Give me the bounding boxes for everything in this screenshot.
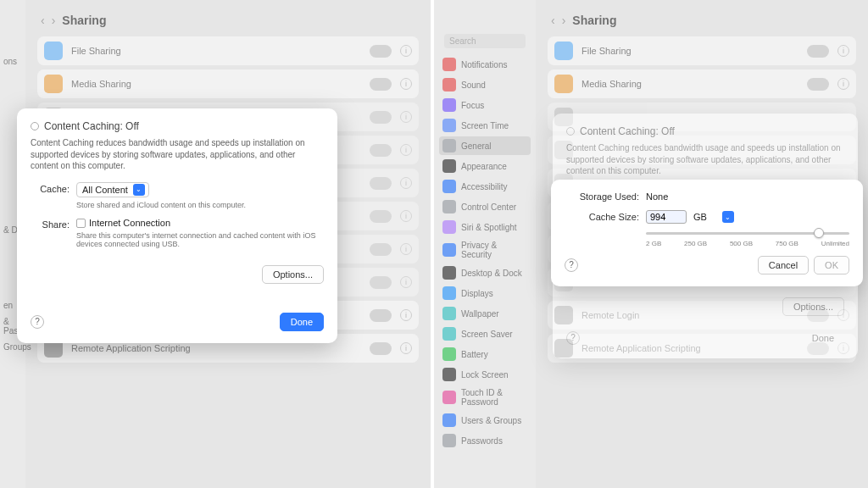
media-sharing-icon (44, 75, 63, 93)
sidebar-item-label: Focus (461, 101, 484, 110)
slider-tick: 250 GB (684, 240, 707, 247)
cache-label: Cache: (31, 182, 70, 194)
cache-size-input[interactable] (646, 210, 687, 224)
sidebar-icon (442, 327, 456, 341)
sidebar-item-label: & D (3, 225, 18, 235)
sidebar-icon (442, 180, 456, 193)
sidebar-item[interactable]: Desktop & Dock (439, 263, 531, 282)
sidebar-item[interactable]: Focus (439, 96, 531, 114)
sidebar-icon (442, 434, 456, 447)
status-indicator-icon (31, 122, 39, 130)
sidebar-icon (442, 139, 456, 152)
service-label: Media Sharing (71, 79, 361, 89)
sidebar-item-label: Siri & Spotlight (461, 223, 517, 232)
sidebar-item[interactable]: Battery (439, 345, 531, 363)
sidebar-item-label: Displays (461, 289, 493, 298)
service-label: Remote Application Scripting (71, 343, 361, 353)
cache-size-slider[interactable]: 2 GB 250 GB 500 GB 750 GB Unlimited (646, 232, 849, 247)
done-button[interactable]: Done (802, 330, 844, 347)
sidebar-item[interactable]: Screen Saver (439, 324, 531, 343)
storage-used-label: Storage Used: (565, 191, 639, 202)
sidebar-item-label: Appearance (461, 162, 507, 171)
sidebar-icon (442, 119, 456, 132)
select-value: All Content (82, 185, 128, 195)
nav-forward-button[interactable]: › (52, 14, 56, 27)
sidebar-item-label: Notifications (461, 60, 507, 69)
file-sharing-icon (44, 42, 63, 60)
sidebar-icon (442, 347, 456, 361)
sidebar-item-label: Battery (461, 350, 488, 359)
nav-back-button[interactable]: ‹ (41, 14, 45, 27)
sidebar-item-label: ons (3, 57, 17, 66)
service-label: File Sharing (581, 46, 798, 56)
sidebar-item[interactable]: Users & Groups (439, 411, 531, 430)
sidebar-item-label: Lock Screen (461, 370, 509, 380)
sidebar-item[interactable]: Lock Screen (439, 365, 531, 384)
nav-back-button[interactable]: ‹ (551, 14, 555, 27)
sidebar-item[interactable]: Screen Time (439, 116, 531, 135)
done-button[interactable]: Done (280, 313, 324, 331)
sidebar-item[interactable]: General (439, 136, 531, 155)
slider-thumb-icon[interactable] (814, 228, 824, 238)
sidebar-icon (442, 200, 456, 214)
sidebar-item[interactable]: Siri & Spotlight (439, 218, 531, 236)
internet-connection-checkbox[interactable]: Internet Connection (76, 218, 170, 228)
sidebar-item-label: Accessibility (461, 182, 507, 191)
toggle[interactable] (370, 78, 392, 91)
sidebar-item[interactable]: Displays (439, 284, 531, 302)
sheet-title: Content Caching: Off (44, 120, 139, 132)
sidebar-icon (442, 286, 456, 300)
sidebar-item[interactable]: Passwords (439, 431, 531, 450)
help-button[interactable]: ? (31, 315, 44, 329)
checkbox-label: Internet Connection (89, 218, 170, 228)
checkbox-icon (76, 219, 86, 228)
sidebar-item[interactable]: Sound (439, 75, 531, 94)
sidebar-icon (442, 391, 456, 404)
help-button[interactable]: ? (566, 331, 580, 345)
sidebar-item[interactable]: Control Center (439, 197, 531, 216)
sidebar-item[interactable]: Wallpaper (439, 304, 531, 323)
ok-button[interactable]: OK (814, 256, 849, 274)
toggle[interactable] (370, 45, 392, 58)
sidebar-item-label: en (3, 301, 13, 310)
sidebar-item-label: Passwords (461, 436, 503, 446)
options-button[interactable]: Options... (262, 265, 324, 284)
service-row[interactable]: File Sharing i (37, 36, 419, 65)
sidebar-item-label: Touch ID & Password (461, 388, 527, 407)
service-row[interactable]: Media Sharing i (548, 69, 856, 98)
info-icon[interactable]: i (400, 45, 412, 57)
page-title: Sharing (62, 14, 106, 27)
unit-select-icon[interactable]: ⌄ (722, 211, 734, 223)
info-icon[interactable]: i (400, 78, 412, 90)
nav-forward-button[interactable]: › (562, 14, 566, 27)
sidebar-icon (442, 307, 456, 320)
sidebar-item-label: Screen Saver (461, 330, 513, 339)
storage-used-value: None (646, 191, 668, 202)
options-button[interactable]: Options... (782, 297, 844, 316)
sidebar-item[interactable]: Accessibility (439, 177, 531, 196)
service-row[interactable]: File Sharing i (548, 36, 856, 65)
sidebar-item[interactable]: Notifications (439, 55, 531, 74)
sidebar-icon (442, 159, 456, 173)
help-button[interactable]: ? (565, 258, 578, 272)
sidebar-icon (442, 266, 456, 280)
share-hint: Share this computer's internet connectio… (76, 231, 324, 248)
sidebar-item[interactable]: Appearance (439, 157, 531, 175)
cache-type-select[interactable]: All Content ⌄ (76, 182, 149, 197)
page-title: Sharing (572, 14, 616, 27)
sidebar-item[interactable]: Touch ID & Password (439, 385, 531, 409)
sidebar-item[interactable]: Privacy & Security (439, 238, 531, 262)
chevron-updown-icon: ⌄ (133, 184, 145, 196)
sidebar: Search NotificationsSoundFocusScreen Tim… (434, 0, 536, 488)
service-row[interactable]: Media Sharing i (37, 69, 419, 98)
service-label: File Sharing (71, 46, 361, 56)
sidebar-icon (442, 78, 456, 92)
cache-size-unit: GB (693, 212, 707, 222)
sidebar-icon (442, 413, 456, 427)
file-sharing-icon (554, 42, 573, 60)
search-input[interactable]: Search (444, 34, 526, 48)
cancel-button[interactable]: Cancel (758, 256, 809, 274)
sidebar-item-label: Wallpaper (461, 309, 499, 319)
sidebar-item-label: Control Center (461, 202, 516, 212)
sidebar-icon (442, 368, 456, 381)
